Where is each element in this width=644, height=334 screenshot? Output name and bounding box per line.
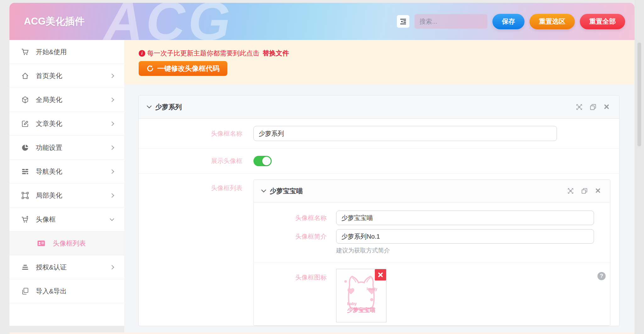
svg-text:lovely: lovely <box>367 287 377 291</box>
panel-actions <box>576 104 610 110</box>
svg-text:baby: baby <box>347 301 357 306</box>
cart-plus-icon <box>21 216 29 223</box>
sidebar-item-label: 导航美化 <box>36 167 62 176</box>
display-frame-label: 展示头像框 <box>139 157 242 165</box>
item-name-label: 头像框名称 <box>254 214 327 222</box>
object-group-icon <box>21 192 29 199</box>
item-name-input[interactable] <box>336 211 594 225</box>
item-name-row: 头像框名称 <box>254 211 610 225</box>
remove-image-button[interactable] <box>375 269 386 280</box>
header-controls: 保存 重置选区 重置全部 <box>397 3 625 40</box>
sidebar-item-nav-beautify[interactable]: 导航美化 <box>9 160 124 184</box>
sidebar-item-feature-settings[interactable]: 功能设置 <box>9 136 124 160</box>
nav-list-icon <box>21 168 29 175</box>
expand-icon[interactable] <box>567 188 574 195</box>
sidebar-item-avatar-frame[interactable]: 头像框 <box>9 207 124 231</box>
avatar-item-panel: 少萝宝宝喵 <box>253 179 610 326</box>
chevron-right-icon <box>110 193 114 197</box>
pie-chart-icon <box>21 144 29 151</box>
app-header: ACG ACG美化插件 保存 重置选区 重置全部 <box>9 3 635 40</box>
sidebar-item-label: 开始&使用 <box>36 48 67 56</box>
sidebar-item-license-auth[interactable]: 授权&认证 <box>9 255 124 279</box>
sidebar: 开始&使用 首页美化 全局美化 文章美化 <box>9 40 124 326</box>
sidebar-item-start-use[interactable]: 开始&使用 <box>9 40 124 64</box>
subpanel-header: 少萝宝宝喵 <box>254 180 610 202</box>
item-desc-hint: 建议为获取方式简介 <box>336 246 610 255</box>
sidebar-item-label: 局部美化 <box>36 191 62 200</box>
expand-icon[interactable] <box>576 104 583 110</box>
id-card-icon <box>37 239 45 247</box>
duplicate-icon[interactable] <box>590 104 597 110</box>
panel-collapse-toggle[interactable]: 少萝系列 <box>147 103 182 111</box>
display-frame-toggle[interactable] <box>253 156 272 166</box>
chevron-down-icon <box>110 216 114 221</box>
duplicate-icon[interactable] <box>581 188 588 195</box>
item-desc-row: 头像框简介 <box>254 229 610 244</box>
acg-watermark: ACG <box>104 3 233 40</box>
sidebar-subitem-avatar-frame-list[interactable]: 头像框列表 <box>9 231 124 255</box>
edit-icon <box>21 120 29 127</box>
help-icon[interactable]: ? <box>597 272 606 280</box>
avatar-frame-thumbnail[interactable]: baby lovely 少萝宝宝喵 <box>336 269 386 322</box>
notice-text: 每一次子比更新主题你都需要到此点击 <box>147 49 259 58</box>
outdent-toolbar-button[interactable] <box>397 15 409 28</box>
frame-name-row: 头像框名称 <box>139 119 619 149</box>
modify-avatar-code-label: 一键修改头像框代码 <box>157 64 219 73</box>
close-icon <box>378 272 383 278</box>
reset-selection-button[interactable]: 重置选区 <box>530 14 575 29</box>
update-notice-banner: i 每一次子比更新主题你都需要到此点击 替换文件 一键修改头像框代码 <box>124 40 635 84</box>
sidebar-item-import-export[interactable]: 导入&导出 <box>9 279 124 303</box>
chevron-down-icon <box>261 188 266 193</box>
replace-file-link[interactable]: 替换文件 <box>263 49 289 58</box>
item-desc-input[interactable] <box>336 229 594 244</box>
sidebar-subitem-label: 头像框列表 <box>53 239 86 248</box>
subpanel-title: 少萝宝宝喵 <box>270 187 303 195</box>
bottom-edge-strip <box>9 332 635 334</box>
subpanel-collapse-toggle[interactable]: 少萝宝宝喵 <box>262 187 303 195</box>
item-icon-row: 头像框图标 <box>254 263 610 326</box>
scrollbar[interactable] <box>637 42 641 146</box>
sidebar-item-label: 导入&导出 <box>36 287 67 296</box>
chevron-down-icon <box>147 104 152 109</box>
chevron-right-icon <box>110 169 114 173</box>
modify-avatar-code-button[interactable]: 一键修改头像框代码 <box>139 61 227 76</box>
frame-list-label: 头像框列表 <box>139 184 242 192</box>
sidebar-item-partial-beautify[interactable]: 局部美化 <box>9 184 124 207</box>
home-icon <box>21 72 29 80</box>
sidebar-item-article-beautify[interactable]: 文章美化 <box>9 112 124 136</box>
sidebar-item-label: 功能设置 <box>36 143 62 152</box>
cube-icon <box>21 96 29 104</box>
search-input[interactable] <box>414 14 487 29</box>
sidebar-item-label: 授权&认证 <box>36 263 67 272</box>
panel-header: 少萝系列 <box>139 95 619 119</box>
copy-pages-icon <box>21 287 29 295</box>
info-icon: i <box>139 50 145 57</box>
avatar-series-panel: 少萝系列 头像框名称 <box>138 95 619 326</box>
chevron-right-icon <box>110 265 114 269</box>
item-icon-label: 头像框图标 <box>254 273 327 282</box>
outdent-icon <box>400 18 407 25</box>
svg-text:少萝宝宝喵: 少萝宝宝喵 <box>347 307 375 313</box>
sidebar-item-global-beautify[interactable]: 全局美化 <box>9 88 124 112</box>
chevron-right-icon <box>110 73 114 78</box>
frame-name-input[interactable] <box>253 126 557 141</box>
reset-all-button[interactable]: 重置全部 <box>580 14 625 29</box>
close-icon[interactable] <box>603 104 610 110</box>
panel-body: 头像框名称 展示头像框 头像框列表 <box>139 119 619 326</box>
align-center-icon <box>21 263 29 271</box>
chevron-right-icon <box>110 121 114 126</box>
page: ACG ACG美化插件 保存 重置选区 重置全部 开始&使用 首页 <box>0 0 644 334</box>
notice-line: i 每一次子比更新主题你都需要到此点击 替换文件 <box>139 49 635 58</box>
sidebar-item-label: 全局美化 <box>36 95 62 104</box>
sidebar-item-label: 头像框 <box>36 215 56 224</box>
frame-name-label: 头像框名称 <box>139 129 242 138</box>
sidebar-item-home-beautify[interactable]: 首页美化 <box>9 64 124 88</box>
chevron-right-icon <box>110 145 114 150</box>
display-frame-row: 展示头像框 <box>139 149 619 174</box>
close-icon[interactable] <box>595 188 602 195</box>
save-button[interactable]: 保存 <box>492 14 525 29</box>
main-content: i 每一次子比更新主题你都需要到此点击 替换文件 一键修改头像框代码 少萝系列 <box>124 40 635 334</box>
item-desc-label: 头像框简介 <box>254 232 327 241</box>
chevron-right-icon <box>110 97 114 102</box>
cart-icon <box>21 48 29 56</box>
